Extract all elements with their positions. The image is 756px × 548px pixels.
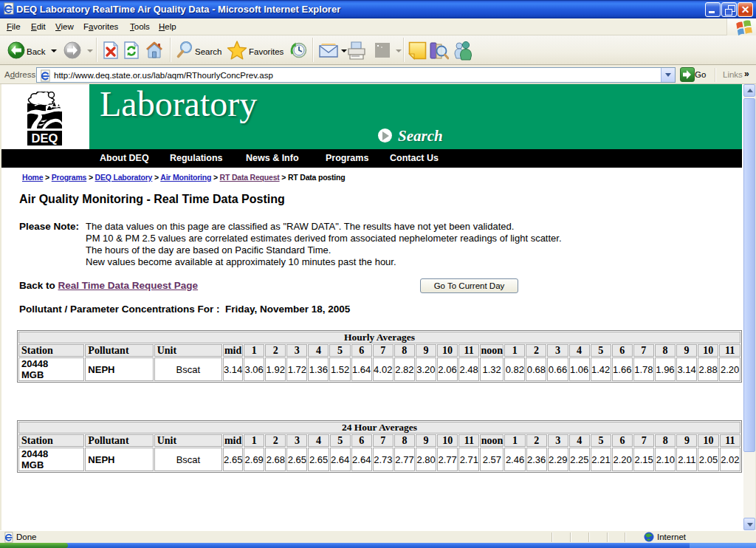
svg-text:DEQ: DEQ [32, 131, 58, 145]
